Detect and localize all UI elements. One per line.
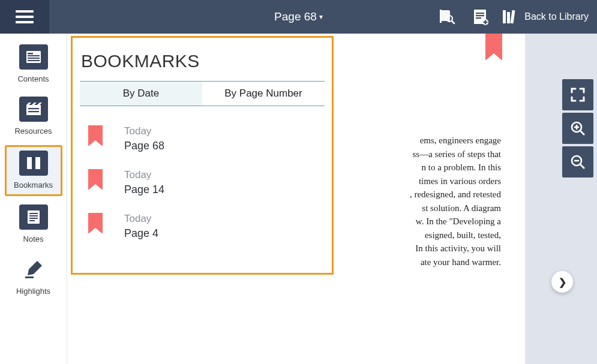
bookmark-date: Today xyxy=(124,169,164,181)
bookmark-date: Today xyxy=(124,125,164,137)
sidebar-item-resources[interactable]: Resources xyxy=(5,93,62,140)
tab-label: By Date xyxy=(123,88,159,100)
svg-rect-26 xyxy=(25,276,34,278)
svg-rect-0 xyxy=(440,10,442,23)
chevron-right-icon: ❯ xyxy=(559,276,566,288)
back-to-library-label: Back to Library xyxy=(524,11,589,22)
svg-rect-22 xyxy=(29,213,38,214)
bookmark-date: Today xyxy=(124,213,158,225)
svg-rect-13 xyxy=(28,53,33,55)
bookmark-page: Page 4 xyxy=(124,227,158,240)
svg-rect-16 xyxy=(28,60,40,61)
chevron-down-icon: ▾ xyxy=(319,13,323,21)
bookmarks-list: Today Page 68 Today Page 14 Today Page 4 xyxy=(80,106,325,259)
fullscreen-button[interactable] xyxy=(562,79,593,110)
svg-rect-5 xyxy=(476,17,481,19)
svg-rect-14 xyxy=(28,55,40,56)
svg-rect-11 xyxy=(511,10,515,23)
bookmarks-title: BOOKMARKS xyxy=(80,43,325,81)
bookmark-entry[interactable]: Today Page 4 xyxy=(83,204,321,248)
page-indicator-label: Page 68 xyxy=(274,10,317,23)
bookmarks-tabs: By Date By Page Number xyxy=(80,81,325,106)
fullscreen-icon xyxy=(569,86,586,103)
svg-rect-17 xyxy=(28,108,39,109)
svg-rect-25 xyxy=(29,220,35,221)
search-book-button[interactable] xyxy=(430,0,463,34)
contents-icon xyxy=(19,44,48,70)
bookmark-page: Page 68 xyxy=(124,140,164,152)
svg-rect-24 xyxy=(29,218,38,219)
next-page-button[interactable]: ❯ xyxy=(551,271,573,293)
sidebar-item-bookmarks[interactable]: Bookmarks xyxy=(5,145,62,196)
sidebar-item-label: Contents xyxy=(17,74,49,83)
sidebar-item-label: Resources xyxy=(14,127,52,136)
left-sidebar: Contents Resources Bookmarks Notes Highl… xyxy=(0,34,67,364)
page-bookmark-ribbon[interactable] xyxy=(485,34,502,60)
note-add-icon xyxy=(471,8,489,26)
zoom-in-button[interactable] xyxy=(562,113,593,144)
zoom-in-icon xyxy=(569,120,586,137)
zoom-out-button[interactable] xyxy=(562,146,593,178)
svg-line-2 xyxy=(452,21,454,23)
sidebar-item-label: Notes xyxy=(23,234,44,243)
bookmarks-icon xyxy=(19,151,48,176)
svg-rect-23 xyxy=(29,215,38,216)
tab-by-page-number[interactable]: By Page Number xyxy=(202,82,325,106)
bookmark-icon xyxy=(88,125,103,146)
library-icon xyxy=(500,8,518,26)
menu-icon xyxy=(16,10,34,23)
zoom-tools xyxy=(562,79,593,178)
page-body-text: ems, engineers engage ss—a series of ste… xyxy=(363,134,501,269)
bookmark-icon xyxy=(88,169,103,189)
svg-rect-18 xyxy=(28,111,39,112)
tab-by-date[interactable]: By Date xyxy=(80,82,202,106)
svg-line-32 xyxy=(580,164,584,169)
svg-rect-10 xyxy=(507,12,510,23)
sidebar-item-label: Bookmarks xyxy=(14,181,53,189)
svg-rect-8 xyxy=(484,22,488,23)
bookmark-page: Page 14 xyxy=(124,183,164,196)
notes-icon xyxy=(19,204,48,230)
add-note-button[interactable] xyxy=(463,0,497,34)
top-bar: Page 68 ▾ xyxy=(0,0,597,34)
sidebar-item-highlights[interactable]: Highlights xyxy=(5,253,62,300)
bookmark-entry[interactable]: Today Page 68 xyxy=(83,117,321,161)
tab-label: By Page Number xyxy=(224,88,302,100)
svg-rect-19 xyxy=(27,157,32,169)
search-book-icon xyxy=(437,8,455,26)
bookmarks-panel: BOOKMARKS By Date By Page Number Today P… xyxy=(71,36,334,275)
svg-rect-3 xyxy=(476,13,484,14)
svg-rect-15 xyxy=(28,58,40,59)
svg-line-28 xyxy=(580,131,584,135)
svg-rect-4 xyxy=(476,15,484,16)
svg-rect-20 xyxy=(35,157,40,169)
sidebar-item-notes[interactable]: Notes xyxy=(5,201,62,248)
back-to-library-button[interactable]: Back to Library xyxy=(497,0,597,34)
svg-rect-9 xyxy=(503,10,506,23)
menu-button[interactable] xyxy=(0,0,49,34)
highlights-icon xyxy=(19,257,48,282)
sidebar-item-label: Highlights xyxy=(16,287,50,296)
bookmark-icon xyxy=(88,213,103,233)
bookmark-entry[interactable]: Today Page 14 xyxy=(83,161,321,204)
zoom-out-icon xyxy=(569,154,586,170)
top-right-actions: Back to Library xyxy=(430,0,597,34)
page-indicator[interactable]: Page 68 ▾ xyxy=(274,10,323,23)
sidebar-item-contents[interactable]: Contents xyxy=(5,41,62,88)
resources-icon xyxy=(19,97,48,122)
svg-rect-21 xyxy=(28,210,40,224)
